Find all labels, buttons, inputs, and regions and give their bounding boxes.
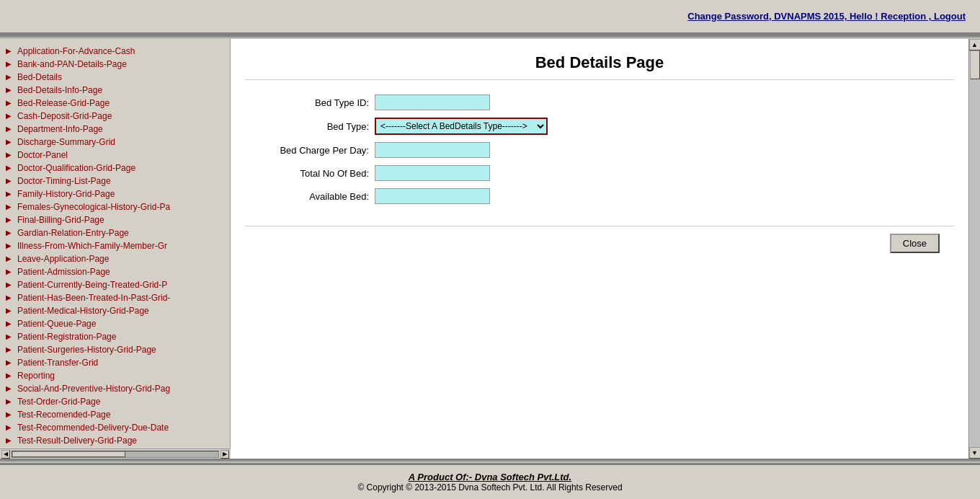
sidebar-item[interactable]: ▶Bed-Details-Info-Page — [0, 84, 230, 97]
sidebar-item[interactable]: ▶Final-Billing-Grid-Page — [0, 213, 230, 226]
sidebar-item-label: Test-Recomended-Page — [17, 410, 110, 420]
sidebar-item-label: Gardian-Relation-Entry-Page — [17, 228, 129, 238]
bed-charge-label: Bed Charge Per Day: — [259, 145, 375, 156]
sidebar-item[interactable]: ▶Patient-Transfer-Grid — [0, 356, 230, 369]
sidebar-item-label: Department-Info-Page — [17, 124, 103, 134]
sidebar-item-label: Reporting — [17, 371, 55, 381]
sidebar-arrow-icon: ▶ — [6, 358, 14, 367]
sidebar-item-label: Bed-Details — [17, 72, 62, 82]
close-button[interactable]: Close — [890, 234, 940, 253]
sidebar-arrow-icon: ▶ — [6, 242, 14, 250]
sidebar-item[interactable]: ▶Doctor-Qualification-Grid-Page — [0, 162, 230, 175]
bed-charge-input[interactable] — [375, 142, 490, 158]
available-bed-input[interactable] — [375, 188, 490, 204]
sidebar-item-label: Leave-Application-Page — [17, 254, 109, 264]
available-bed-row: Available Bed: — [259, 188, 940, 204]
sidebar-item-label: Test-Recommended-Delivery-Due-Date — [17, 423, 169, 433]
hscroll-thumb — [12, 451, 125, 457]
sidebar-item[interactable]: ▶Patient-Queue-Page — [0, 317, 230, 330]
hscroll-track[interactable] — [12, 451, 219, 458]
sidebar-hscroll-area: ◀ ▶ — [0, 449, 231, 459]
sidebar-item[interactable]: ▶Test-Order-Grid-Page — [0, 395, 230, 408]
bed-type-id-row: Bed Type ID: — [259, 94, 940, 110]
sidebar-item-label: Test-Result-Delivery-Grid-Page — [17, 436, 137, 446]
sidebar-arrow-icon: ▶ — [6, 229, 14, 237]
footer-copyright: © Copyright © 2013-2015 Dvna Softech Pvt… — [357, 482, 622, 493]
sidebar-item-label: Test-Order-Grid-Page — [17, 397, 100, 407]
sidebar-item[interactable]: ▶Illness-From-Which-Family-Member-Gr — [0, 239, 230, 252]
bed-type-select[interactable]: <-------Select A BedDetails Type------->… — [375, 118, 548, 135]
top-nav-links[interactable]: Change Password, DVNAPMS 2015, Hello ! R… — [687, 11, 966, 22]
sidebar-arrow-icon: ▶ — [6, 293, 14, 302]
sidebar-item-label: Doctor-Timing-List-Page — [17, 176, 111, 186]
sidebar-arrow-icon: ▶ — [6, 384, 14, 393]
sidebar-item[interactable]: ▶Department-Info-Page — [0, 123, 230, 136]
sidebar-arrow-icon: ▶ — [6, 423, 14, 432]
sidebar-arrow-icon: ▶ — [6, 73, 14, 81]
sidebar-arrow-icon: ▶ — [6, 112, 14, 120]
sidebar-arrow-icon: ▶ — [6, 281, 14, 289]
sidebar-item-label: Bed-Release-Grid-Page — [17, 98, 110, 108]
sidebar-item-label: Cash-Deposit-Grid-Page — [17, 111, 112, 121]
sidebar-item[interactable]: ▶Family-History-Grid-Page — [0, 187, 230, 200]
bed-type-id-input[interactable] — [375, 94, 490, 110]
sidebar-arrow-icon: ▶ — [6, 164, 14, 172]
sidebar-item[interactable]: ▶Patient-Admission-Page — [0, 265, 230, 278]
sidebar-item-label: Final-Billing-Grid-Page — [17, 215, 104, 225]
sidebar-item[interactable]: ▶Doctor-Panel — [0, 149, 230, 162]
sidebar-item-label: Application-For-Advance-Cash — [17, 46, 135, 56]
sidebar: ▶Application-For-Advance-Cash▶Bank-and-P… — [0, 39, 231, 449]
sidebar-item[interactable]: ▶Test-Recomended-Page — [0, 408, 230, 421]
bed-type-row: Bed Type: <-------Select A BedDetails Ty… — [259, 118, 940, 135]
sidebar-item-label: Bed-Details-Info-Page — [17, 85, 102, 95]
sidebar-item[interactable]: ▶Cash-Deposit-Grid-Page — [0, 110, 230, 123]
sidebar-item[interactable]: ▶Females-Gynecological-History-Grid-Pa — [0, 200, 230, 213]
sidebar-arrow-icon: ▶ — [6, 203, 14, 211]
sidebar-arrow-icon: ▶ — [6, 319, 14, 328]
sidebar-item-label: Patient-Queue-Page — [17, 319, 96, 329]
sidebar-item-label: Patient-Currently-Being-Treated-Grid-P — [17, 280, 167, 290]
scroll-down-btn[interactable]: ▼ — [969, 447, 981, 459]
total-no-input[interactable] — [375, 165, 490, 181]
hscroll-right-btn[interactable]: ▶ — [220, 450, 229, 459]
sidebar-item-label: Social-And-Preventive-History-Grid-Pag — [17, 384, 170, 394]
sidebar-item[interactable]: ▶Application-For-Advance-Cash — [0, 45, 230, 58]
sidebar-item[interactable]: ▶Gardian-Relation-Entry-Page — [0, 226, 230, 239]
sidebar-item[interactable]: ▶Bed-Details — [0, 71, 230, 84]
scroll-thumb[interactable] — [970, 50, 980, 79]
sidebar-item-label: Doctor-Panel — [17, 150, 68, 160]
sidebar-item-label: Patient-Medical-History-Grid-Page — [17, 306, 149, 316]
scroll-up-btn[interactable]: ▲ — [969, 39, 981, 50]
sidebar-item[interactable]: ▶Leave-Application-Page — [0, 252, 230, 265]
footer: A Product Of:- Dvna Softech Pvt.Ltd. © C… — [0, 463, 980, 499]
sidebar-item[interactable]: ▶Social-And-Preventive-History-Grid-Pag — [0, 382, 230, 395]
sidebar-item[interactable]: ▶Patient-Medical-History-Grid-Page — [0, 304, 230, 317]
sidebar-item[interactable]: ▶Reporting — [0, 369, 230, 382]
page-title: Bed Details Page — [231, 39, 968, 79]
app-wrapper: Change Password, DVNAPMS 2015, Hello ! R… — [0, 0, 980, 499]
scroll-track[interactable] — [970, 50, 980, 447]
sidebar-item[interactable]: ▶Patient-Currently-Being-Treated-Grid-P — [0, 278, 230, 291]
sidebar-item-label: Patient-Has-Been-Treated-In-Past-Grid- — [17, 293, 170, 303]
footer-product: A Product Of:- Dvna Softech Pvt.Ltd. — [409, 472, 571, 482]
sidebar-item-label: Patient-Registration-Page — [17, 332, 116, 342]
sidebar-item[interactable]: ▶Test-Result-Delivery-Grid-Page — [0, 434, 230, 447]
sidebar-arrow-icon: ▶ — [6, 345, 14, 354]
right-scrollbar[interactable]: ▲ ▼ — [968, 39, 980, 459]
close-btn-area: Close — [231, 226, 968, 260]
sidebar-arrow-icon: ▶ — [6, 216, 14, 224]
hscroll-left-btn[interactable]: ◀ — [1, 450, 10, 459]
middle-section: ▶Application-For-Advance-Cash▶Bank-and-P… — [0, 39, 980, 459]
sidebar-item[interactable]: ▶Patient-Has-Been-Treated-In-Past-Grid- — [0, 291, 230, 304]
sidebar-item[interactable]: ▶Patient-Registration-Page — [0, 330, 230, 343]
sidebar-item[interactable]: ▶Test-Recommended-Delivery-Due-Date — [0, 421, 230, 434]
bed-type-label: Bed Type: — [259, 121, 375, 132]
sidebar-arrow-icon: ▶ — [6, 99, 14, 107]
total-no-row: Total No Of Bed: — [259, 165, 940, 181]
sidebar-item[interactable]: ▶Bed-Release-Grid-Page — [0, 97, 230, 110]
sidebar-item[interactable]: ▶Bank-and-PAN-Details-Page — [0, 58, 230, 71]
sidebar-item[interactable]: ▶Discharge-Summary-Grid — [0, 136, 230, 149]
sidebar-arrow-icon: ▶ — [6, 86, 14, 94]
sidebar-item[interactable]: ▶Patient-Surgeries-History-Grid-Page — [0, 343, 230, 356]
sidebar-item[interactable]: ▶Doctor-Timing-List-Page — [0, 175, 230, 187]
